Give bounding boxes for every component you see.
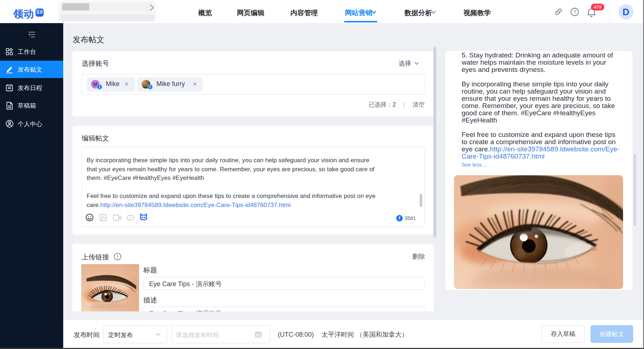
svg-text:?: ?: [573, 9, 576, 15]
